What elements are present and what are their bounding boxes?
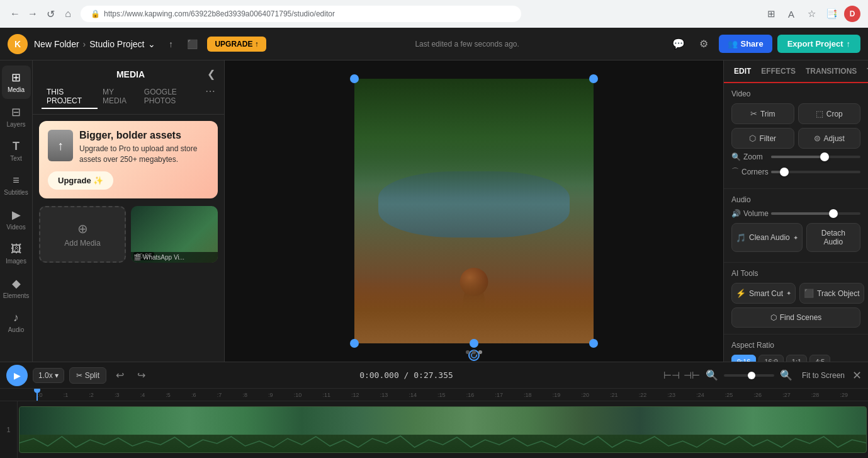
split-button[interactable]: ✂ Split xyxy=(69,367,106,384)
crop-label: Crop xyxy=(826,110,843,118)
sidebar-item-media[interactable]: ⊞ Media xyxy=(2,66,31,99)
ruler-mark-18: :18 xyxy=(524,392,532,398)
project-name[interactable]: Studio Project xyxy=(89,39,144,49)
settings-button[interactable]: ⚙ xyxy=(694,34,714,54)
tab-transitions[interactable]: TRANSITIONS xyxy=(801,60,862,82)
handle-top-left[interactable] xyxy=(350,74,359,83)
video-frame xyxy=(354,79,594,343)
ruler-mark-26: :26 xyxy=(753,392,762,398)
video-canvas[interactable] xyxy=(354,79,594,343)
user-avatar[interactable]: D xyxy=(844,6,860,22)
export-button[interactable]: Export Project ↑ xyxy=(777,35,860,53)
adjust-button[interactable]: ⊜ Adjust xyxy=(798,128,861,149)
close-timeline-button[interactable]: ✕ xyxy=(852,369,862,382)
share-button[interactable]: 👥 Share xyxy=(719,35,772,53)
back-button[interactable]: ← xyxy=(8,6,23,21)
media-panel-close-button[interactable]: ❮ xyxy=(207,68,215,80)
clean-audio-button[interactable]: 🎵 Clean Audio ✦ xyxy=(731,223,803,252)
sidebar-item-subtitles[interactable]: ≡ Subtitles xyxy=(2,169,31,202)
upgrade-card-button[interactable]: Upgrade ✨ xyxy=(48,171,113,190)
zoom-out-button[interactable]: 🔍 xyxy=(704,367,720,384)
ruler-mark-29: :29 xyxy=(840,392,848,398)
upload-button[interactable]: ↑ xyxy=(162,35,179,53)
handle-top-right[interactable] xyxy=(589,74,598,83)
sidebar-item-videos[interactable]: ▶ Videos xyxy=(2,203,31,236)
zoom-slider-timeline[interactable] xyxy=(724,374,774,377)
timeline-trim-icon-btn[interactable]: ⊣⊢ xyxy=(684,367,700,384)
profile-icon[interactable]: A xyxy=(784,6,799,21)
export-label: Export Project xyxy=(787,39,843,49)
sidebar-item-images[interactable]: 🖼 Images xyxy=(2,238,31,270)
play-button[interactable]: ▶ xyxy=(6,365,28,386)
browser-right-icons: ⊞ A ☆ 📑 D xyxy=(764,6,860,22)
folder-name[interactable]: New Folder xyxy=(34,39,79,49)
sidebar-item-audio[interactable]: ♪ Audio xyxy=(2,306,31,339)
bookmark-icon[interactable]: ☆ xyxy=(804,6,819,21)
add-media-button[interactable]: ⊕ Add Media xyxy=(39,206,126,263)
media-grid: ⊕ Add Media 00:27 🎬 WhatsApp Vi... xyxy=(39,206,218,263)
smart-cut-button[interactable]: ⚡ Smart Cut ✦ xyxy=(731,283,796,304)
media-tab-this-project[interactable]: THIS PROJECT xyxy=(42,85,98,109)
tab-effects[interactable]: EFFECTS xyxy=(756,60,801,82)
home-button[interactable]: ⌂ xyxy=(60,6,76,21)
tab-timing[interactable]: TIMING xyxy=(862,60,868,82)
share-icon: 👥 xyxy=(728,39,738,49)
comments-button[interactable]: 💬 xyxy=(668,34,689,54)
screen-button[interactable]: ⬛ xyxy=(183,35,201,53)
handle-bottom-left[interactable] xyxy=(350,339,359,348)
timeline-split-icon-btn[interactable]: ⊢⊣ xyxy=(663,367,680,384)
media-tab-google-photos[interactable]: GOOGLE PHOTOS xyxy=(139,85,205,109)
zoom-slider[interactable] xyxy=(771,156,860,158)
breadcrumb-separator: › xyxy=(83,39,86,49)
undo-button[interactable]: ↩ xyxy=(111,367,128,384)
media-tab-more-button[interactable]: ⋯ xyxy=(205,85,215,109)
media-thumbnail[interactable]: 00:27 🎬 WhatsApp Vi... xyxy=(131,206,218,263)
handle-bottom-right[interactable] xyxy=(589,339,598,348)
sidebar-item-layers[interactable]: ⊟ Layers xyxy=(2,100,31,134)
bookmark-manager-icon[interactable]: 📑 xyxy=(824,6,839,21)
browser-nav-buttons: ← → ↺ ⌂ xyxy=(8,6,76,21)
handle-bottom-center[interactable] xyxy=(470,339,478,348)
track-clip-1[interactable] xyxy=(19,406,867,453)
redo-button[interactable]: ↪ xyxy=(133,367,149,384)
sidebar-item-elements[interactable]: ◆ Elements xyxy=(2,272,31,305)
ruler-mark-16: :16 xyxy=(466,392,475,398)
svg-marker-0 xyxy=(476,354,477,357)
ruler-mark-21: :21 xyxy=(610,392,618,398)
sidebar-item-text[interactable]: T Text xyxy=(2,135,31,168)
extensions-icon[interactable]: ⊞ xyxy=(764,6,779,21)
ruler-mark-27: :27 xyxy=(782,392,791,398)
volume-slider[interactable] xyxy=(771,212,860,215)
ruler-mark-23: :23 xyxy=(667,392,675,398)
track-label-1: 1 xyxy=(0,401,18,458)
zoom-in-button[interactable]: 🔍 xyxy=(778,367,794,384)
ar-option-916[interactable]: 9:16 xyxy=(731,355,756,362)
track-object-button[interactable]: ⬛ Track Object xyxy=(799,283,864,304)
media-tab-my-media[interactable]: MY MEDIA xyxy=(98,85,139,109)
crop-button[interactable]: ⬚ Crop xyxy=(798,103,861,124)
audio-section-title: Audio xyxy=(731,195,860,204)
ar-option-11[interactable]: 1:1 xyxy=(786,355,807,362)
last-edited-text: Last edited a few seconds ago. xyxy=(273,40,662,49)
fit-to-screen-button[interactable]: Fit to Screen xyxy=(798,369,848,382)
corners-slider[interactable] xyxy=(771,171,860,173)
speed-selector[interactable]: 1.0x ▾ xyxy=(33,368,64,383)
trim-button[interactable]: ✂ Trim xyxy=(731,103,794,124)
ruler-mark-28: :28 xyxy=(811,392,820,398)
ar-option-169[interactable]: 16:9 xyxy=(758,355,783,362)
ar-option-45[interactable]: 4:5 xyxy=(809,355,830,362)
forward-button[interactable]: → xyxy=(25,6,40,21)
track-content-1[interactable] xyxy=(18,401,868,458)
address-bar[interactable]: 🔒 https://www.kapwing.com/63922b8ed3939a… xyxy=(81,6,521,22)
media-panel-body: ↑ Bigger, bolder assets Upgrade to Pro t… xyxy=(33,115,224,362)
find-scenes-button[interactable]: ⬡ Find Scenes xyxy=(731,307,860,328)
upgrade-button[interactable]: UPGRADE ↑ xyxy=(207,37,266,52)
subtitles-label: Subtitles xyxy=(4,189,28,197)
tab-edit[interactable]: EDIT xyxy=(729,60,756,82)
playhead[interactable] xyxy=(37,389,38,401)
refresh-button[interactable]: ↺ xyxy=(43,6,58,21)
detach-audio-button[interactable]: Detach Audio xyxy=(806,223,860,252)
filter-button[interactable]: ⬡ Filter xyxy=(731,128,794,149)
corners-slider-row: ⌒ Corners xyxy=(731,166,860,177)
breadcrumb: New Folder › Studio Project ⌄ xyxy=(34,39,155,49)
